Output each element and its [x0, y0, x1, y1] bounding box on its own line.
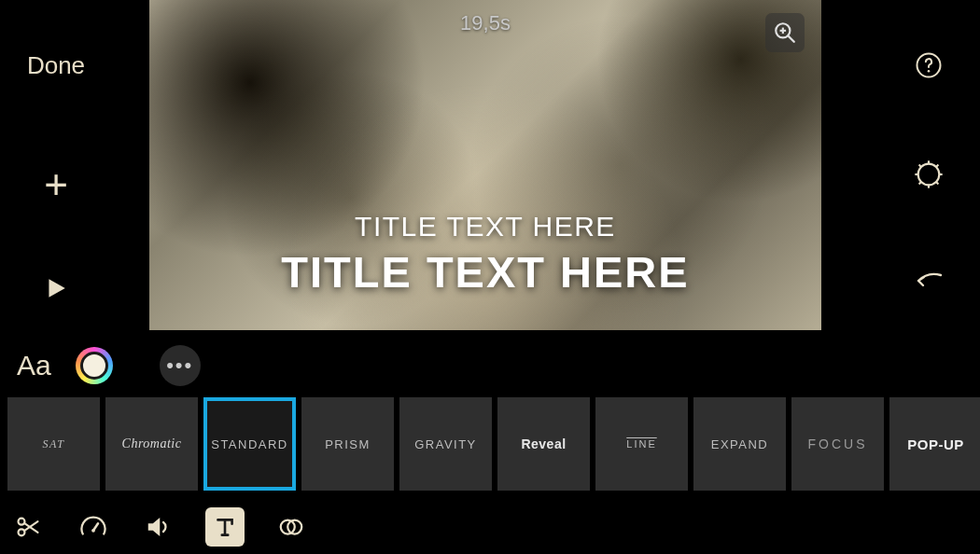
settings-button[interactable]: [914, 159, 944, 189]
svg-line-8: [936, 182, 939, 185]
title-style-label: Reveal: [521, 436, 566, 451]
title-style-focus[interactable]: FOCUS: [791, 397, 884, 491]
svg-line-9: [919, 182, 922, 185]
title-style-label: STANDARD: [211, 437, 288, 451]
svg-line-7: [919, 165, 922, 168]
add-clip-button[interactable]: +: [44, 164, 68, 205]
scissors-icon: [15, 514, 41, 540]
speed-tool[interactable]: [75, 508, 112, 546]
zoom-in-icon: [773, 21, 797, 45]
svg-point-1: [928, 70, 931, 73]
undo-button[interactable]: [913, 270, 945, 294]
title-style-label: EXPAND: [711, 437, 769, 451]
svg-line-17: [24, 523, 38, 533]
title-style-label: GRAVITY: [414, 437, 477, 451]
cut-tool[interactable]: [9, 508, 47, 546]
svg-line-18: [24, 521, 38, 531]
title-style-sat[interactable]: SAT: [7, 397, 100, 491]
title-style-popup[interactable]: POP-UP: [889, 397, 980, 491]
text-format-bar: Aa •••: [17, 345, 201, 386]
title-style-line[interactable]: LINE: [595, 397, 688, 491]
title-style-chromatic[interactable]: Chromatic: [105, 397, 198, 491]
svg-line-12: [788, 35, 794, 42]
filter-tool[interactable]: [273, 508, 310, 546]
right-sidebar: [877, 0, 980, 336]
title-style-label: SAT: [42, 437, 64, 451]
title-style-label: Chromatic: [122, 436, 182, 451]
title-style-standard[interactable]: STANDARD: [203, 397, 296, 491]
speedometer-icon: [79, 513, 107, 541]
circles-icon: [277, 513, 305, 541]
title-text-large[interactable]: TITLE TEXT HERE: [149, 246, 821, 298]
done-button[interactable]: Done: [27, 51, 85, 80]
undo-icon: [913, 270, 945, 294]
title-style-label: PRISM: [325, 437, 371, 451]
clip-duration: 19,5s: [460, 11, 511, 35]
color-swatch: [80, 352, 108, 380]
play-button[interactable]: [44, 276, 68, 300]
title-style-gravity[interactable]: GRAVITY: [399, 397, 492, 491]
text-tool[interactable]: [205, 507, 245, 547]
title-style-label: FOCUS: [808, 436, 868, 451]
left-sidebar: Done +: [0, 0, 112, 336]
volume-tool[interactable]: [140, 508, 177, 546]
font-button[interactable]: Aa: [17, 350, 51, 381]
color-picker-button[interactable]: [76, 347, 113, 384]
video-preview[interactable]: 19,5s TITLE TEXT HERE TITLE TEXT HERE: [149, 0, 821, 330]
text-icon: [213, 515, 237, 539]
svg-point-20: [91, 529, 95, 533]
gear-icon: [914, 159, 944, 189]
title-text-small[interactable]: TITLE TEXT HERE: [149, 211, 821, 242]
svg-line-10: [936, 165, 939, 168]
title-style-prism[interactable]: PRISM: [301, 397, 394, 491]
title-style-expand[interactable]: EXPAND: [693, 397, 786, 491]
bottom-toolbar: [9, 507, 310, 547]
title-style-strip[interactable]: SATChromaticSTANDARDPRISMGRAVITYRevealLI…: [0, 397, 980, 494]
title-style-label: LINE: [626, 438, 656, 450]
help-icon: [915, 51, 943, 79]
speaker-icon: [145, 513, 173, 541]
more-options-button[interactable]: •••: [160, 345, 201, 386]
title-overlay[interactable]: TITLE TEXT HERE TITLE TEXT HERE: [149, 211, 821, 298]
title-style-label: POP-UP: [907, 436, 964, 452]
title-style-reveal[interactable]: Reveal: [497, 397, 590, 491]
help-button[interactable]: [915, 51, 943, 79]
zoom-button[interactable]: [765, 13, 805, 52]
